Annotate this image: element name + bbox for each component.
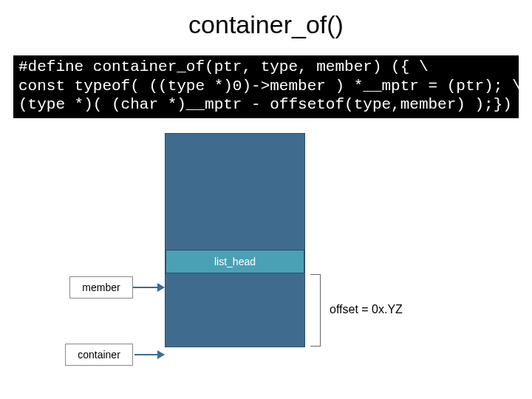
offset-bracket <box>310 274 321 347</box>
offset-label: offset = 0x.YZ <box>330 303 403 316</box>
struct-box <box>165 133 305 347</box>
field-box: list_head <box>166 250 304 273</box>
container-label: container <box>65 344 133 366</box>
code-block: #define container_of(ptr, type, member) … <box>13 55 519 118</box>
arrow-member <box>133 287 164 288</box>
slide: container_of() #define container_of(ptr,… <box>0 0 532 399</box>
arrow-container <box>134 354 164 355</box>
member-label: member <box>69 276 133 299</box>
slide-title: container_of() <box>0 10 532 39</box>
diagram: list_head member container offset = 0x.Y… <box>0 133 532 384</box>
